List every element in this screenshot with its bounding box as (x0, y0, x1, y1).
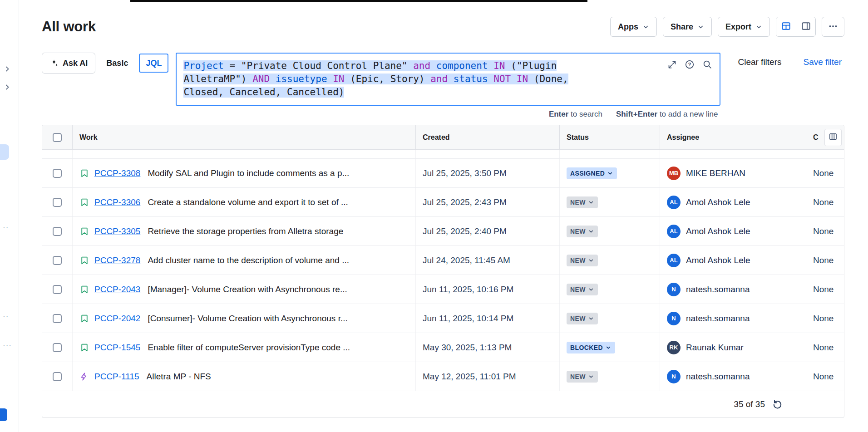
issue-summary[interactable]: Add cluster name to the description of v… (148, 255, 349, 265)
issue-key-link[interactable]: PCCP-2043 (94, 285, 140, 295)
table-row[interactable]: PCCP-3308Modify SAL and Plugin to includ… (42, 159, 844, 188)
created-cell: Jul 24, 2025, 11:45 AM (415, 246, 559, 275)
work-cell: PCCP-1115Alletra MP - NFS (72, 362, 415, 391)
sidebar-selected-item[interactable] (0, 144, 9, 160)
status-cell: NEW (559, 275, 660, 304)
expand-icon[interactable] (667, 60, 677, 69)
collapsed-sidebar: ·· ·· ··· (0, 0, 19, 432)
table-view-icon (781, 21, 791, 33)
row-checkbox[interactable] (53, 256, 62, 265)
clear-filters-button[interactable]: Clear filters (735, 57, 784, 68)
chevron-right-icon[interactable] (4, 65, 11, 73)
apps-button[interactable]: Apps (610, 17, 657, 37)
row-count: 35 of 35 (734, 399, 765, 409)
avatar: N (667, 283, 681, 296)
issue-key-link[interactable]: PCCP-3305 (94, 226, 140, 236)
export-button[interactable]: Export (718, 17, 770, 37)
status-cell: NEW (559, 217, 660, 245)
avatar: AL (667, 254, 681, 267)
chevron-down-icon (755, 24, 762, 30)
assignee-name: natesh.somanna (686, 285, 750, 295)
share-button[interactable]: Share (663, 17, 712, 37)
work-table: Work Created Status Assignee C PCCP-3308… (42, 125, 844, 418)
more-actions-button[interactable] (822, 17, 844, 37)
column-header-created[interactable]: Created (415, 125, 559, 149)
work-cell: PCCP-3278Add cluster name to the descrip… (72, 246, 415, 275)
select-all-checkbox[interactable] (53, 133, 62, 142)
jql-editor[interactable]: Project = "Private Cloud Control Plane" … (176, 53, 720, 106)
row-select-cell (42, 275, 72, 304)
status-dropdown[interactable]: ASSIGNED (567, 167, 617, 179)
assignee-cell: Nnatesh.somanna (660, 304, 806, 333)
sidebar-logo-partial[interactable] (0, 408, 7, 421)
row-checkbox[interactable] (53, 343, 62, 352)
row-checkbox[interactable] (53, 314, 62, 323)
issue-summary[interactable]: Retrieve the storage properties from All… (148, 226, 343, 236)
created-cell: Jul 25, 2025, 2:43 PM (415, 188, 559, 216)
table-row[interactable]: PCCP-2042[Consumer]- Volume Creation wit… (42, 304, 844, 333)
issue-summary[interactable]: Alletra MP - NFS (147, 372, 211, 382)
status-cell: NEW (559, 246, 660, 275)
save-filter-button[interactable]: Save filter (801, 57, 844, 68)
shift-enter-hint: Shift+Enter to add a new line (616, 110, 718, 119)
issue-key-link[interactable]: PCCP-3308 (94, 168, 140, 178)
table-row[interactable]: PCCP-3278Add cluster name to the descrip… (42, 246, 844, 275)
status-dropdown[interactable]: NEW (567, 196, 598, 208)
configure-columns-button[interactable] (824, 129, 842, 146)
avatar: N (667, 312, 681, 325)
column-header-assignee[interactable]: Assignee (660, 125, 806, 149)
row-checkbox[interactable] (53, 227, 62, 236)
column-header-status[interactable]: Status (559, 125, 660, 149)
refresh-icon[interactable] (772, 399, 783, 410)
search-hints: Enter to search Shift+Enter to add a new… (42, 110, 720, 119)
basic-mode-button[interactable]: Basic (100, 53, 134, 74)
chevron-right-icon[interactable] (4, 83, 11, 91)
issue-summary[interactable]: Enable filter of computeServer provision… (148, 343, 350, 353)
enter-hint: Enter to search (549, 110, 602, 119)
row-checkbox[interactable] (53, 198, 62, 207)
jql-mode-button[interactable]: JQL (139, 54, 168, 73)
status-dropdown[interactable]: NEW (567, 284, 598, 295)
story-icon (79, 226, 90, 236)
status-dropdown[interactable]: NEW (567, 226, 598, 237)
status-dropdown[interactable]: BLOCKED (567, 342, 615, 353)
row-checkbox[interactable] (53, 169, 62, 178)
column-header-extra[interactable]: C (806, 125, 844, 149)
work-cell: PCCP-3308Modify SAL and Plugin to includ… (72, 159, 415, 187)
status-dropdown[interactable]: NEW (567, 371, 598, 383)
table-row[interactable]: PCCP-1545Enable filter of computeServer … (42, 333, 844, 362)
row-select-cell (42, 333, 72, 362)
ask-ai-button[interactable]: Ask AI (42, 53, 95, 74)
detail-view-button[interactable] (796, 17, 815, 36)
search-icon[interactable] (702, 59, 712, 69)
assignee-cell: ALAmol Ashok Lele (660, 246, 806, 275)
issue-summary[interactable]: Create a standalone volume and export it… (148, 197, 348, 207)
chevron-down-icon (642, 24, 649, 30)
issue-key-link[interactable]: PCCP-2042 (94, 314, 140, 324)
row-checkbox[interactable] (53, 372, 62, 381)
issue-summary[interactable]: [Manager]- Volume Creation with Asynchro… (148, 285, 347, 295)
row-checkbox[interactable] (53, 285, 62, 294)
issue-key-link[interactable]: PCCP-1545 (94, 343, 140, 353)
table-row[interactable]: PCCP-1115Alletra MP - NFSMay 12, 2025, 1… (42, 362, 844, 391)
issue-key-link[interactable]: PCCP-3278 (94, 255, 140, 265)
chevron-down-icon (697, 24, 704, 30)
table-row[interactable]: PCCP-3306Create a standalone volume and … (42, 188, 844, 217)
table-row[interactable]: PCCP-3305Retrieve the storage properties… (42, 217, 844, 246)
issue-summary[interactable]: Modify SAL and Plugin to include comment… (148, 168, 349, 178)
row-select-cell (42, 246, 72, 275)
status-dropdown[interactable]: NEW (567, 313, 598, 324)
issue-key-link[interactable]: PCCP-1115 (94, 372, 139, 382)
column-header-work[interactable]: Work (72, 125, 415, 149)
ask-ai-label: Ask AI (63, 59, 88, 68)
status-cell: NEW (559, 362, 660, 391)
apps-button-label: Apps (618, 22, 638, 32)
table-row[interactable]: PCCP-2043[Manager]- Volume Creation with… (42, 275, 844, 304)
work-cell: PCCP-1545Enable filter of computeServer … (72, 333, 415, 362)
help-icon[interactable]: ? (685, 59, 695, 69)
issue-summary[interactable]: [Consumer]- Volume Creation with Asynchr… (148, 314, 347, 324)
status-dropdown[interactable]: NEW (567, 255, 598, 266)
extra-cell: None (806, 159, 844, 187)
table-view-button[interactable] (776, 17, 796, 36)
issue-key-link[interactable]: PCCP-3306 (94, 197, 140, 207)
